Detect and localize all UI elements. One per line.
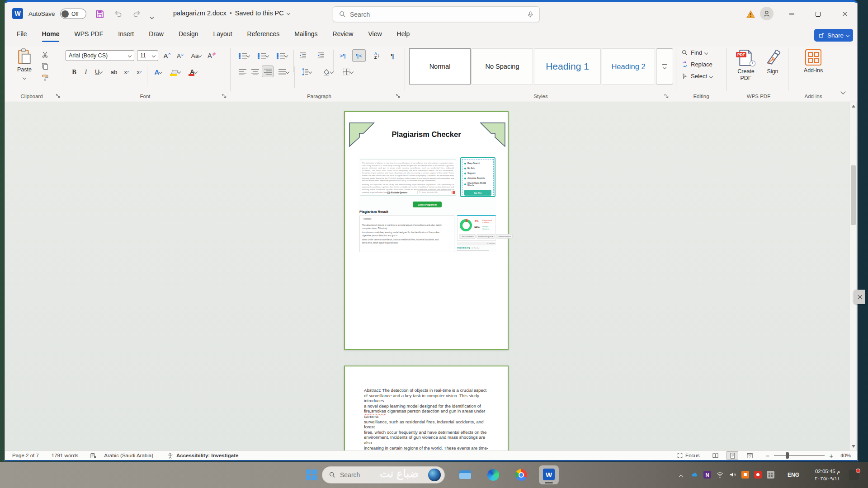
grow-font-button[interactable]: A bbox=[161, 50, 173, 61]
increase-indent-button[interactable] bbox=[315, 50, 327, 61]
word-taskbar-active-highlight[interactable]: W bbox=[539, 465, 559, 484]
zoom-slider-thumb[interactable] bbox=[786, 452, 789, 459]
bullets-button[interactable] bbox=[236, 50, 252, 61]
style-heading-2[interactable]: Heading 2 bbox=[602, 48, 655, 84]
tab-review[interactable]: Review bbox=[332, 28, 354, 39]
bold-button[interactable]: B bbox=[68, 66, 80, 77]
select-button[interactable]: Select bbox=[681, 73, 712, 80]
tab-layout[interactable]: Layout bbox=[212, 28, 233, 39]
search-box[interactable] bbox=[333, 6, 540, 22]
ltr-text-direction-button[interactable]: >¶ bbox=[337, 50, 349, 61]
text-effects-button[interactable]: A bbox=[151, 66, 166, 77]
keyboard-language-indicator[interactable]: ENG bbox=[788, 472, 799, 478]
check-grammar-button[interactable]: Check Grammar bbox=[459, 234, 476, 239]
web-layout-button[interactable] bbox=[744, 451, 755, 460]
multilevel-list-button[interactable] bbox=[274, 50, 290, 61]
tray-grid-app-icon[interactable] bbox=[767, 471, 774, 479]
decrease-indent-button[interactable] bbox=[297, 50, 309, 61]
chrome-browser-icon[interactable] bbox=[515, 469, 527, 481]
save-icon[interactable] bbox=[94, 9, 105, 19]
tab-insert[interactable]: Insert bbox=[117, 28, 135, 39]
onedrive-cloud-icon[interactable] bbox=[691, 471, 698, 479]
delete-text-icon[interactable] bbox=[453, 191, 455, 194]
justify-button[interactable] bbox=[275, 66, 292, 77]
notification-center-icon[interactable] bbox=[849, 470, 859, 480]
warning-icon[interactable] bbox=[745, 9, 756, 19]
align-right-button[interactable] bbox=[262, 66, 274, 77]
font-name-select[interactable]: Arial (Body CS) bbox=[66, 50, 134, 61]
clipboard-dialog-launcher-icon[interactable] bbox=[56, 94, 61, 99]
align-center-button[interactable] bbox=[249, 66, 261, 77]
change-case-button[interactable]: Aa bbox=[189, 50, 204, 61]
word-count[interactable]: 1791 words bbox=[52, 453, 78, 458]
tray-orange-app-icon[interactable] bbox=[741, 471, 749, 479]
format-painter-button[interactable] bbox=[39, 73, 50, 83]
undo-icon[interactable] bbox=[113, 9, 123, 19]
superscript-button[interactable]: x2 bbox=[133, 66, 145, 77]
style-heading-1[interactable]: Heading 1 bbox=[534, 48, 601, 84]
borders-button[interactable] bbox=[340, 66, 356, 77]
close-button[interactable] bbox=[833, 2, 857, 26]
wifi-icon[interactable] bbox=[716, 471, 724, 479]
word-taskbar-icon[interactable]: W bbox=[543, 469, 555, 480]
exclude-url-input[interactable]: Enter Exclude URL bbox=[417, 190, 452, 194]
search-input[interactable] bbox=[350, 11, 527, 18]
minimize-button[interactable] bbox=[781, 2, 802, 26]
numbering-button[interactable] bbox=[255, 50, 271, 61]
autosave-toggle[interactable]: Off bbox=[60, 9, 86, 19]
tab-draw[interactable]: Draw bbox=[148, 28, 165, 39]
style-no-spacing[interactable]: No Spacing bbox=[472, 48, 533, 84]
create-pdf-button[interactable]: PDF + CreatePDF bbox=[732, 49, 760, 82]
source-link[interactable]: dopedia.org bbox=[457, 246, 470, 249]
document-page-1[interactable]: Plagiarism Checker The detection of obje… bbox=[344, 111, 509, 350]
font-size-select[interactable]: 11 bbox=[137, 50, 158, 61]
zoom-in-button[interactable]: + bbox=[829, 452, 833, 460]
proofing-errors-icon[interactable] bbox=[90, 452, 97, 459]
italic-button[interactable]: I bbox=[80, 66, 92, 77]
shrink-font-button[interactable]: A bbox=[174, 50, 186, 61]
clock[interactable]: 02:05:45 م ٢٠٢٥/٠٩/١١ bbox=[806, 468, 840, 482]
edge-browser-icon[interactable] bbox=[487, 469, 499, 481]
focus-mode-button[interactable]: Focus bbox=[677, 452, 699, 459]
replace-button[interactable]: Replace bbox=[681, 61, 712, 68]
zoom-percentage[interactable]: 40% bbox=[840, 453, 851, 458]
maximize-button[interactable] bbox=[807, 2, 829, 26]
account-avatar[interactable] bbox=[760, 7, 774, 20]
tab-wps-pdf[interactable]: WPS PDF bbox=[73, 28, 104, 39]
remove-plagiarism-button[interactable]: Remove Plagiarism bbox=[476, 234, 495, 239]
tab-references[interactable]: References bbox=[246, 28, 281, 39]
checker-text-area[interactable]: The detection of objects in real time is… bbox=[360, 160, 456, 196]
go-pro-button[interactable]: Go Pro bbox=[464, 190, 491, 196]
check-plagiarism-button[interactable]: Check Plagiarism bbox=[413, 202, 442, 207]
scroll-up-arrow-icon[interactable] bbox=[852, 105, 855, 108]
subscript-button[interactable]: x2 bbox=[121, 66, 132, 77]
print-layout-button[interactable] bbox=[726, 451, 738, 460]
page-indicator[interactable]: Page 2 of 7 bbox=[12, 453, 39, 458]
font-dialog-launcher-icon[interactable] bbox=[222, 94, 227, 99]
tab-mailings[interactable]: Mailings bbox=[293, 28, 318, 39]
strikethrough-button[interactable]: ab bbox=[108, 66, 120, 77]
paste-button[interactable]: Paste bbox=[11, 48, 38, 89]
collapse-ribbon-chevron-icon[interactable] bbox=[841, 87, 845, 95]
document-canvas[interactable]: Plagiarism Checker The detection of obje… bbox=[5, 102, 857, 450]
search-highlight-globe-icon[interactable] bbox=[428, 469, 441, 481]
align-left-button[interactable] bbox=[236, 66, 248, 77]
mic-icon[interactable] bbox=[527, 11, 534, 18]
scrollbar-thumb[interactable] bbox=[851, 165, 856, 225]
tray-red-app-icon[interactable] bbox=[754, 471, 762, 479]
tab-design[interactable]: Design bbox=[178, 28, 199, 39]
exclude-quotes-checkbox[interactable]: Exclude Quotes bbox=[387, 192, 407, 194]
accessibility-status[interactable]: Accessibility: Investigate bbox=[176, 453, 238, 458]
add-ins-button[interactable]: Add-ins bbox=[795, 49, 831, 74]
redo-icon[interactable] bbox=[132, 9, 142, 19]
rtl-text-direction-button[interactable]: ¶< bbox=[352, 49, 366, 62]
document-title[interactable]: palagarizm 2.docx • Saved to this PC bbox=[173, 9, 290, 17]
tray-n-app-icon[interactable]: N bbox=[703, 471, 711, 479]
side-panel-close-button[interactable] bbox=[854, 290, 865, 304]
read-mode-button[interactable] bbox=[709, 451, 721, 460]
underline-button[interactable]: U bbox=[91, 66, 106, 77]
font-color-button[interactable]: A bbox=[186, 66, 201, 77]
zoom-slider[interactable] bbox=[774, 455, 825, 456]
sort-button[interactable]: AZ ↓ bbox=[370, 50, 384, 61]
zoom-out-button[interactable]: − bbox=[765, 452, 769, 460]
